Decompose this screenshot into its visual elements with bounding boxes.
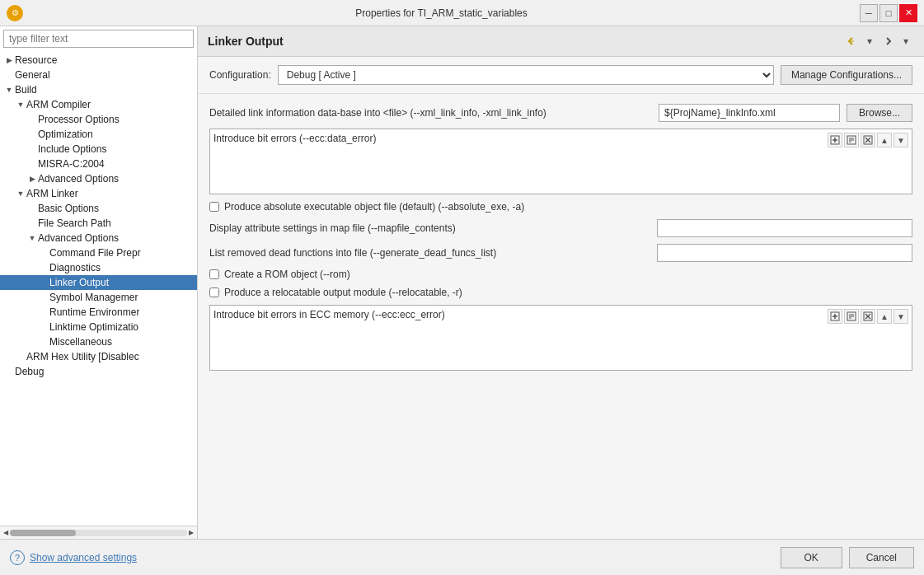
sidebar-label-optimization: Optimization <box>38 129 93 140</box>
bit-errors-1-icons: ▲ ▼ <box>828 133 908 147</box>
produce-absolute-label[interactable]: Produce absolute executable object file … <box>224 201 524 213</box>
sidebar-item-linker-output[interactable]: Linker Output <box>0 275 197 290</box>
toolbar-icons: ▾ ▾ <box>843 33 914 49</box>
bit-errors-2-up-icon[interactable]: ▲ <box>877 309 892 324</box>
forward-dropdown-button[interactable]: ▾ <box>898 33 914 49</box>
sidebar-item-processor-options[interactable]: Processor Options <box>0 112 197 127</box>
sidebar-label-basic-options: Basic Options <box>38 203 99 214</box>
show-advanced-link[interactable]: Show advanced settings <box>30 552 137 563</box>
sidebar-item-linktime-optimization[interactable]: Linktime Optimizatio <box>0 320 197 334</box>
sidebar-item-miscellaneous[interactable]: Miscellaneous <box>0 334 197 349</box>
sidebar-item-command-file-prep[interactable]: Command File Prepr <box>0 245 197 260</box>
display-attribute-input[interactable] <box>657 219 912 237</box>
sidebar-label-linker-output: Linker Output <box>49 277 109 288</box>
browse-button[interactable]: Browse... <box>847 104 912 122</box>
settings-content: Detailed link information data-base into… <box>198 94 924 539</box>
bit-errors-1-down-icon[interactable]: ▼ <box>894 133 908 147</box>
close-button[interactable]: ✕ <box>899 4 917 22</box>
ok-button[interactable]: OK <box>781 547 842 568</box>
expander-advanced-linker: ▼ <box>26 232 38 244</box>
title-bar: ⚙ Properties for TI_ARM_static_variables… <box>0 0 924 26</box>
expander-command-file-prep <box>38 247 49 259</box>
scroll-left-arrow[interactable]: ◀ <box>2 529 10 536</box>
sidebar-label-general: General <box>15 69 50 81</box>
sidebar-item-misra[interactable]: MISRA-C:2004 <box>0 157 197 171</box>
expander-file-search-path <box>26 217 38 229</box>
sidebar-item-advanced-linker[interactable]: ▼ Advanced Options <box>0 231 197 245</box>
filter-input[interactable] <box>3 30 194 48</box>
help-icon[interactable]: ? <box>10 550 25 565</box>
create-rom-checkbox[interactable] <box>209 269 219 279</box>
back-button[interactable] <box>843 33 860 49</box>
back-dropdown-button[interactable]: ▾ <box>861 33 878 49</box>
content-panel: Linker Output ▾ ▾ Configuration: Debug [… <box>198 26 924 539</box>
create-rom-label[interactable]: Create a ROM object (--rom) <box>224 269 350 280</box>
bit-errors-1-new-icon[interactable] <box>828 133 842 147</box>
sidebar-label-arm-linker: ARM Linker <box>26 188 78 199</box>
expander-include-options <box>26 143 38 155</box>
config-select[interactable]: Debug [ Active ] <box>278 65 774 85</box>
maximize-button[interactable]: □ <box>879 4 898 22</box>
sidebar-scrollbar[interactable]: ◀ ▶ <box>0 526 197 539</box>
sidebar-item-build[interactable]: ▼ Build <box>0 82 197 97</box>
bit-errors-2-icons: ▲ ▼ <box>828 309 908 324</box>
scroll-thumb[interactable] <box>10 530 76 536</box>
display-attribute-label: Display attribute settings in map file (… <box>209 222 650 234</box>
produce-relocatable-checkbox[interactable] <box>209 288 219 297</box>
sidebar-item-arm-hex-utility[interactable]: ARM Hex Utility [Disablec <box>0 349 197 364</box>
bit-errors-1-box: Introduce bit errors (--ecc:data_error) … <box>209 129 912 194</box>
bit-errors-2-edit-icon[interactable] <box>844 309 859 324</box>
bit-errors-1-edit-icon[interactable] <box>844 133 859 147</box>
create-rom-row: Create a ROM object (--rom) <box>209 269 912 280</box>
sidebar-label-advanced-linker: Advanced Options <box>38 232 119 244</box>
bit-errors-2-down-icon[interactable]: ▼ <box>894 309 908 324</box>
expander-arm-linker: ▼ <box>15 188 26 199</box>
forward-button[interactable] <box>879 33 896 49</box>
sidebar-label-include-options: Include Options <box>38 143 106 155</box>
sidebar-label-build: Build <box>15 84 37 96</box>
sidebar-item-file-search-path[interactable]: File Search Path <box>0 216 197 231</box>
scroll-track[interactable] <box>10 530 187 536</box>
sidebar-label-diagnostics: Diagnostics <box>49 262 101 273</box>
sidebar-item-basic-options[interactable]: Basic Options <box>0 201 197 216</box>
expander-diagnostics <box>38 262 49 273</box>
sidebar-label-file-search-path: File Search Path <box>38 217 111 229</box>
expander-advanced-compiler: ▶ <box>26 173 38 185</box>
sidebar-item-arm-linker[interactable]: ▼ ARM Linker <box>0 186 197 201</box>
bit-errors-2-text: Introduce bit errors in ECC memory (--ec… <box>213 309 445 320</box>
sidebar-item-runtime-environment[interactable]: Runtime Environmer <box>0 305 197 320</box>
sidebar-label-debug: Debug <box>15 366 44 377</box>
expander-general <box>3 69 15 81</box>
bit-errors-2-delete-icon[interactable] <box>861 309 875 324</box>
list-removed-label: List removed dead functions into file (-… <box>209 247 650 259</box>
expander-arm-hex-utility <box>15 351 26 362</box>
sidebar: ▶ Resource General ▼ Build ▼ ARM Compile… <box>0 26 198 539</box>
expander-linktime-optimization <box>38 321 49 333</box>
cancel-button[interactable]: Cancel <box>849 547 914 568</box>
sidebar-label-linktime-optimization: Linktime Optimizatio <box>49 321 138 333</box>
sidebar-item-arm-compiler[interactable]: ▼ ARM Compiler <box>0 97 197 112</box>
scroll-right-arrow[interactable]: ▶ <box>187 529 195 536</box>
sidebar-label-advanced-compiler: Advanced Options <box>38 173 119 185</box>
produce-relocatable-label[interactable]: Produce a relocatable output module (--r… <box>224 287 462 298</box>
bottom-left: ? Show advanced settings <box>10 550 137 565</box>
xml-link-input[interactable] <box>659 104 840 122</box>
sidebar-item-include-options[interactable]: Include Options <box>0 142 197 157</box>
sidebar-item-diagnostics[interactable]: Diagnostics <box>0 260 197 275</box>
list-removed-input[interactable] <box>657 244 912 262</box>
bit-errors-2-new-icon[interactable] <box>828 309 842 324</box>
sidebar-item-resource[interactable]: ▶ Resource <box>0 53 197 68</box>
bit-errors-1-delete-icon[interactable] <box>861 133 875 147</box>
bit-errors-1-up-icon[interactable]: ▲ <box>877 133 892 147</box>
expander-arm-compiler: ▼ <box>15 99 26 110</box>
produce-absolute-checkbox[interactable] <box>209 202 219 212</box>
sidebar-item-optimization[interactable]: Optimization <box>0 127 197 142</box>
sidebar-item-advanced-compiler[interactable]: ▶ Advanced Options <box>0 171 197 186</box>
sidebar-item-debug[interactable]: Debug <box>0 364 197 379</box>
content-title: Linker Output <box>208 35 284 48</box>
expander-symbol-management <box>38 292 49 303</box>
sidebar-item-symbol-management[interactable]: Symbol Managemer <box>0 290 197 305</box>
sidebar-item-general[interactable]: General <box>0 68 197 82</box>
minimize-button[interactable]: ─ <box>860 4 878 22</box>
manage-configurations-button[interactable]: Manage Configurations... <box>781 65 912 85</box>
